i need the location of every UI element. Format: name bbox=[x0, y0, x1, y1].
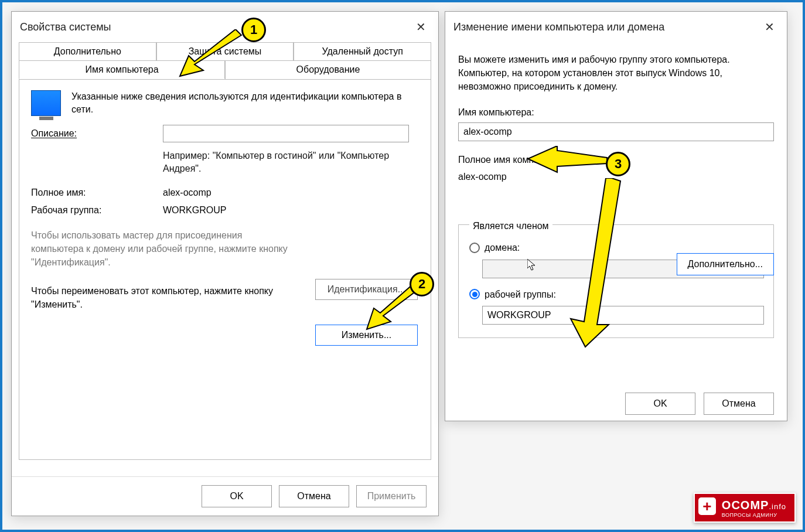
annotation-badge-3: 3 bbox=[606, 152, 630, 176]
domain-radio[interactable] bbox=[469, 243, 480, 253]
tab-hardware[interactable]: Оборудование bbox=[225, 60, 431, 79]
apply-button[interactable]: Применить bbox=[356, 485, 427, 507]
cancel-button[interactable]: Отмена bbox=[279, 485, 349, 507]
computer-name-label: Имя компьютера: bbox=[458, 105, 774, 119]
info-text: Указанные ниже сведения используются для… bbox=[71, 90, 419, 117]
more-button[interactable]: Дополнительно... bbox=[677, 253, 775, 275]
watermark: + OCOMP.info ВОПРОСЫ АДМИНУ bbox=[694, 493, 796, 523]
cancel-button[interactable]: Отмена bbox=[704, 393, 774, 415]
change-button[interactable]: Изменить... bbox=[315, 325, 418, 346]
titlebar: Свойства системы ✕ bbox=[12, 12, 438, 42]
annotation-badge-1: 1 bbox=[241, 18, 266, 42]
annotation-badge-2: 2 bbox=[410, 272, 434, 296]
tab-remote[interactable]: Удаленный доступ bbox=[294, 42, 431, 60]
description-hint: Например: "Компьютер в гостиной" или "Ко… bbox=[163, 149, 419, 176]
tab-panel-computer-name: Указанные ниже сведения используются для… bbox=[19, 79, 431, 460]
workgroup-input[interactable] bbox=[482, 306, 764, 325]
member-of-legend: Является членом bbox=[469, 219, 552, 233]
close-icon[interactable]: ✕ bbox=[411, 18, 430, 36]
description-input[interactable] bbox=[163, 125, 409, 142]
rename-help-text: Чтобы переименовать этот компьютер, нажм… bbox=[31, 284, 289, 311]
dialog-body: Вы можете изменить имя и рабочую группу … bbox=[445, 42, 787, 422]
window-title: Изменение имени компьютера или домена bbox=[453, 21, 664, 33]
ok-button[interactable]: OK bbox=[625, 393, 695, 415]
watermark-brand: OCOMP bbox=[722, 499, 769, 511]
tab-advanced[interactable]: Дополнительно bbox=[19, 42, 156, 60]
rename-computer-dialog: Изменение имени компьютера или домена ✕ … bbox=[445, 11, 787, 421]
identify-button[interactable]: Идентификация... bbox=[315, 279, 418, 300]
workgroup-radio[interactable] bbox=[469, 289, 480, 299]
description-label: Описание: bbox=[31, 128, 163, 139]
workgroup-label: Рабочая группа: bbox=[31, 205, 163, 216]
watermark-suffix: .info bbox=[769, 502, 786, 511]
monitor-icon bbox=[31, 90, 61, 116]
wizard-help-text: Чтобы использовать мастер для присоедине… bbox=[31, 229, 289, 270]
intro-text: Вы можете изменить имя и рабочую группу … bbox=[458, 53, 774, 94]
fullname-label: Полное имя: bbox=[31, 187, 163, 198]
close-icon[interactable]: ✕ bbox=[760, 18, 779, 36]
computer-name-input[interactable] bbox=[458, 122, 774, 141]
window-title: Свойства системы bbox=[20, 21, 111, 33]
tabs: Дополнительно Защита системы Удаленный д… bbox=[12, 42, 438, 460]
tab-system-protection[interactable]: Защита системы bbox=[156, 42, 294, 60]
fullname-value: alex-ocomp bbox=[163, 187, 212, 198]
system-properties-dialog: Свойства системы ✕ Дополнительно Защита … bbox=[11, 11, 439, 516]
dialog-buttons: OK Отмена Применить bbox=[12, 476, 438, 516]
titlebar: Изменение имени компьютера или домена ✕ bbox=[445, 12, 787, 42]
tab-computer-name[interactable]: Имя компьютера bbox=[19, 60, 225, 79]
domain-radio-label: домена: bbox=[485, 241, 520, 254]
watermark-sub: ВОПРОСЫ АДМИНУ bbox=[722, 512, 786, 518]
workgroup-radio-label: рабочей группы: bbox=[485, 288, 556, 301]
dialog-buttons: OK Отмена bbox=[625, 393, 774, 415]
workgroup-value: WORKGROUP bbox=[163, 205, 226, 216]
member-of-group: Является членом домена: рабочей группы: bbox=[458, 224, 774, 338]
ok-button[interactable]: OK bbox=[202, 485, 272, 507]
plus-icon: + bbox=[698, 497, 716, 515]
